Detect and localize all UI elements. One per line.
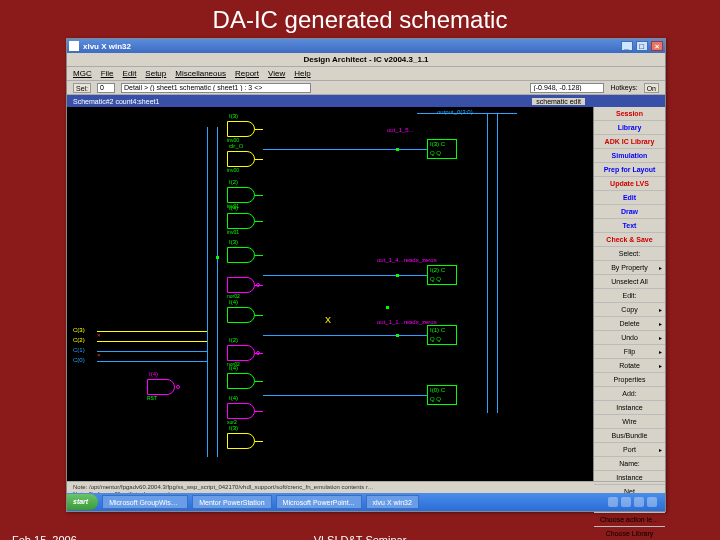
gate-i41[interactable]: I(4)	[227, 373, 255, 389]
menu-mgc[interactable]: MGC	[73, 69, 92, 78]
label-x: X	[325, 315, 331, 325]
gate-xor1[interactable]: I(4) xor2	[227, 403, 255, 419]
palette-delete[interactable]: Delete	[594, 317, 665, 331]
block-i3[interactable]: I(3) C Q Q	[427, 139, 457, 159]
tray-icon[interactable]	[647, 497, 657, 507]
window-titlebar[interactable]: xlvu X win32 _ □ ×	[67, 39, 665, 53]
taskbar-task[interactable]: xlvu X win32	[366, 495, 419, 509]
wire	[97, 361, 207, 362]
coord-display	[530, 83, 604, 93]
palette-instance[interactable]: Instance	[594, 471, 665, 485]
palette-add-[interactable]: Add:	[594, 387, 665, 401]
menu-file[interactable]: File	[101, 69, 114, 78]
palette-check-save[interactable]: Check & Save	[594, 233, 665, 247]
palette-text[interactable]: Text	[594, 219, 665, 233]
start-button[interactable]: start	[67, 494, 98, 510]
wire	[97, 351, 207, 352]
gate-i47[interactable]: I(4)	[227, 307, 255, 323]
taskbar-task[interactable]: Microsoft GroupWise - N...	[102, 495, 188, 509]
menu-setup[interactable]: Setup	[145, 69, 166, 78]
port-c1: C(1)	[73, 347, 85, 353]
context-path[interactable]	[121, 83, 311, 93]
palette-flip[interactable]: Flip	[594, 345, 665, 359]
palette-simulation[interactable]: Simulation	[594, 149, 665, 163]
palette-update-lvs[interactable]: Update LVS	[594, 177, 665, 191]
gate-nor2[interactable]: I(2) nor02	[227, 345, 255, 361]
palette-copy[interactable]: Copy	[594, 303, 665, 317]
palette-adk-ic-library[interactable]: ADK IC Library	[594, 135, 665, 149]
gate-i46b[interactable]: clr_O inv00	[227, 151, 255, 167]
schematic-canvas[interactable]: output_0(3:0) out_1_5... out_1_4...reads…	[67, 107, 593, 481]
port-c2: C(2)	[73, 337, 85, 343]
maximize-button[interactable]: □	[636, 41, 648, 51]
window-title: xlvu X win32	[83, 42, 131, 51]
palette-wire[interactable]: Wire	[594, 415, 665, 429]
marker-x: ×	[97, 352, 101, 358]
gate-clk[interactable]: I(4) RST	[147, 379, 175, 395]
palette-name-[interactable]: Name:	[594, 457, 665, 471]
palette-unselect-all[interactable]: Unselect All	[594, 275, 665, 289]
gate-i39[interactable]: I(3)	[227, 433, 255, 449]
app-window: xlvu X win32 _ □ × Design Architect - IC…	[66, 38, 666, 512]
menu-view[interactable]: View	[268, 69, 285, 78]
palette-select-[interactable]: Select:	[594, 247, 665, 261]
sheet-tab[interactable]: Schematic#2 count4:sheet1	[73, 98, 159, 105]
palette-edit[interactable]: Edit	[594, 191, 665, 205]
palette-undo[interactable]: Undo	[594, 331, 665, 345]
marker-x: ×	[97, 332, 101, 338]
gate-i44[interactable]: I(2) inv01	[227, 187, 255, 203]
hotkeys-toggle[interactable]: On	[644, 83, 659, 93]
palette-properties[interactable]: Properties	[594, 373, 665, 387]
palette-rotate[interactable]: Rotate	[594, 359, 665, 373]
palette-session[interactable]: Session	[594, 107, 665, 121]
block-i2[interactable]: I(2) C Q Q	[427, 265, 457, 285]
tray-icon[interactable]	[634, 497, 644, 507]
menu-edit[interactable]: Edit	[123, 69, 137, 78]
node	[216, 256, 219, 259]
menu-help[interactable]: Help	[294, 69, 310, 78]
edit-mode-tag: schematic edit	[532, 98, 585, 105]
palette-draw[interactable]: Draw	[594, 205, 665, 219]
minimize-button[interactable]: _	[621, 41, 633, 51]
system-tray[interactable]	[600, 497, 665, 507]
wire	[263, 275, 427, 276]
gate-i46a[interactable]: I(3) inv00	[227, 121, 255, 137]
wire	[417, 113, 517, 114]
close-button[interactable]: ×	[651, 41, 663, 51]
palette-instance[interactable]: Instance	[594, 401, 665, 415]
menubar: MGC File Edit Setup Miscellaneous Report…	[67, 67, 665, 81]
wire	[263, 395, 427, 396]
port-c3: C(3)	[73, 327, 85, 333]
tray-icon[interactable]	[621, 497, 631, 507]
port-c0: C(0)	[73, 357, 85, 363]
block-i1[interactable]: I(1) C Q Q	[427, 325, 457, 345]
palette-edit-[interactable]: Edit:	[594, 289, 665, 303]
window-controls: _ □ ×	[620, 41, 663, 51]
gate-i43[interactable]: I(3)	[227, 247, 255, 263]
gate-nor1[interactable]: nor02	[227, 277, 255, 293]
palette-by-property[interactable]: By Property	[594, 261, 665, 275]
gate-i45[interactable]: I(4) inv01	[227, 213, 255, 229]
hotkeys-label: Hotkeys:	[610, 84, 637, 91]
taskbar: start Microsoft GroupWise - N... Mentor …	[67, 493, 665, 511]
app-caption: Design Architect - IC v2004.3_1.1	[67, 53, 665, 67]
palette-choose-action-le-[interactable]: Choose action le…	[594, 513, 665, 527]
menu-misc[interactable]: Miscellaneous	[175, 69, 226, 78]
palette-library[interactable]: Library	[594, 121, 665, 135]
block-i0[interactable]: I(0) C Q Q	[427, 385, 457, 405]
node	[386, 306, 389, 309]
palette-port[interactable]: Port	[594, 443, 665, 457]
footer-title: VLSI D&T Seminar	[0, 534, 720, 540]
taskbar-task[interactable]: Microsoft PowerPoint...	[276, 495, 362, 509]
wire	[217, 127, 218, 457]
tray-icon[interactable]	[608, 497, 618, 507]
selection-count[interactable]	[97, 83, 115, 93]
menu-report[interactable]: Report	[235, 69, 259, 78]
taskbar-task[interactable]: Mentor PowerStation	[192, 495, 271, 509]
node	[396, 148, 399, 151]
selection-button[interactable]: Sel:	[73, 83, 91, 93]
palette-prep-for-layout[interactable]: Prep for Layout	[594, 163, 665, 177]
node	[396, 334, 399, 337]
wire	[97, 341, 207, 342]
palette-bus-bundle[interactable]: Bus/Bundle	[594, 429, 665, 443]
